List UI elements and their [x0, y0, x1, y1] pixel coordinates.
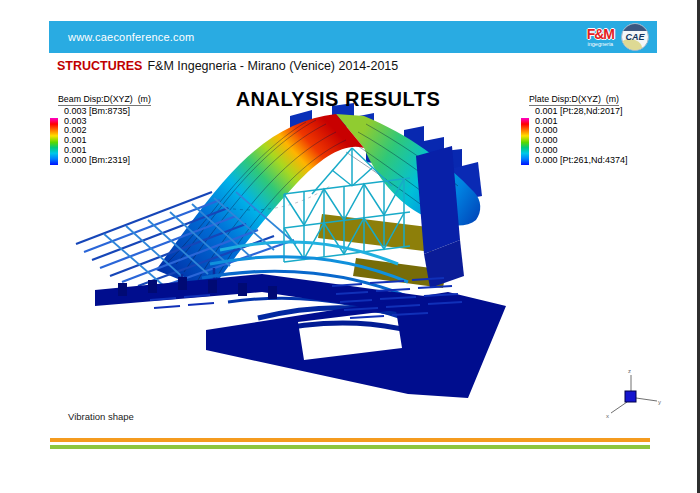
cae-logo-text: CAE	[625, 32, 644, 42]
beam-legend-values: 0.003 [Bm:8735] 0.003 0.002 0.001 0.001 …	[64, 107, 130, 165]
plate-legend-colorbar	[521, 118, 529, 165]
footer-stripe-orange	[50, 438, 650, 442]
slide-caption: Vibration shape	[68, 411, 134, 422]
plate-disp-legend: Plate Disp:D(XYZ) (m) 0.001 [Pt:28,Nd:20…	[521, 94, 628, 165]
footer-stripe-green	[50, 445, 650, 449]
base-slab	[95, 274, 506, 398]
conference-url: www.caeconference.com	[68, 31, 194, 43]
axis-triad: z y x	[606, 368, 661, 419]
header-title: F&M Ingegneria - Mirano (Venice) 2014-20…	[147, 59, 398, 73]
axis-origin-cube	[625, 391, 636, 402]
top-banner: www.caeconference.com F&M ingegneria CAE	[49, 21, 657, 53]
fm-logo-subtext: ingegneria	[587, 42, 613, 48]
axis-y-label: y	[658, 399, 661, 405]
base-ring-slab	[206, 292, 506, 398]
cae-conference-logo: CAE	[621, 23, 649, 51]
fm-logo-text: F&M	[587, 27, 614, 41]
beam-legend-title: Beam Disp:D(XYZ) (m)	[58, 94, 151, 106]
plate-legend-title: Plate Disp:D(XYZ) (m)	[529, 94, 619, 106]
banner-logos: F&M ingegneria CAE	[587, 21, 649, 53]
beam-legend-value: 0.000 [Bm:2319]	[64, 156, 130, 166]
axis-z-label: z	[628, 368, 631, 374]
slide-header: STRUCTURESF&M Ingegneria - Mirano (Venic…	[57, 59, 398, 73]
axis-x-label: x	[606, 413, 609, 419]
beam-legend-colorbar	[50, 118, 58, 165]
plate-legend-values: 0.001 [Pt:28,Nd:2017] 0.001 0.000 0.000 …	[535, 107, 628, 165]
fm-ingegneria-logo: F&M ingegneria	[587, 27, 614, 48]
header-emphasis: STRUCTURES	[57, 59, 142, 73]
plate-legend-value: 0.000 [Pt:261,Nd:4374]	[535, 156, 628, 166]
beam-disp-legend: Beam Disp:D(XYZ) (m) 0.003 [Bm:8735] 0.0…	[50, 94, 151, 165]
